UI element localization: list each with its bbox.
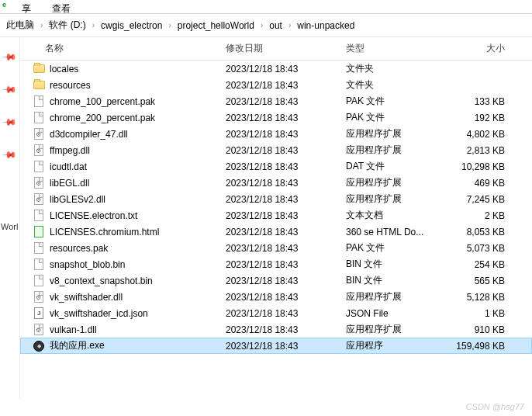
pin-icon[interactable]: 📌	[0, 144, 20, 165]
file-date: 2023/12/18 18:43	[226, 259, 346, 270]
file-date: 2023/12/18 18:43	[226, 324, 346, 335]
file-row[interactable]: libGLESv2.dll2023/12/18 18:43应用程序扩展7,245…	[20, 191, 532, 207]
file-row[interactable]: locales2023/12/18 18:43文件夹	[20, 61, 532, 77]
file-name: LICENSE.electron.txt	[50, 210, 137, 221]
file-date: 2023/12/18 18:43	[226, 341, 346, 352]
file-date: 2023/12/18 18:43	[226, 64, 346, 75]
file-size: 2,813 KB	[448, 145, 514, 156]
file-row[interactable]: LICENSES.chromium.html2023/12/18 18:4336…	[20, 224, 532, 240]
column-size[interactable]: 大小	[448, 42, 514, 55]
file-date: 2023/12/18 18:43	[226, 276, 346, 286]
file-row[interactable]: 我的应用.exe2023/12/18 18:43应用程序159,498 KB	[20, 338, 532, 354]
file-type: BIN 文件	[346, 274, 448, 287]
file-size: 10,298 KB	[448, 161, 514, 172]
file-type: 应用程序扩展	[346, 290, 448, 303]
file-date: 2023/12/18 18:43	[226, 113, 346, 123]
file-name: resources	[50, 80, 91, 91]
breadcrumb-item[interactable]: cwgis_electron	[96, 20, 167, 31]
file-date: 2023/12/18 18:43	[226, 308, 346, 319]
pin-icon[interactable]: 📌	[0, 78, 20, 100]
file-size: 192 KB	[448, 113, 514, 123]
file-gear-icon	[33, 291, 45, 303]
breadcrumb-item[interactable]: project_helloWorld	[173, 20, 259, 31]
file-type: 应用程序扩展	[346, 144, 448, 157]
tab-share[interactable]: 享	[22, 3, 31, 14]
breadcrumb-item[interactable]: 此电脑	[2, 19, 39, 32]
file-row[interactable]: resources.pak2023/12/18 18:43PAK 文件5,073…	[20, 240, 532, 256]
file-html-icon	[33, 226, 45, 238]
file-icon	[33, 210, 45, 222]
file-name: chrome_100_percent.pak	[50, 96, 155, 107]
file-name: snapshot_blob.bin	[50, 259, 125, 270]
file-row[interactable]: snapshot_blob.bin2023/12/18 18:43BIN 文件2…	[20, 256, 532, 272]
chevron-right-icon: ›	[39, 21, 44, 29]
file-row[interactable]: d3dcompiler_47.dll2023/12/18 18:43应用程序扩展…	[20, 126, 532, 142]
file-type: 文件夹	[346, 62, 448, 75]
file-type: 360 se HTML Do...	[346, 227, 448, 237]
file-row[interactable]: icudtl.dat2023/12/18 18:43DAT 文件10,298 K…	[20, 158, 532, 175]
quick-access-panel: 📌 📌 📌 📌 Worl	[0, 37, 20, 399]
column-name[interactable]: 名称	[20, 42, 226, 55]
file-type: BIN 文件	[346, 258, 448, 271]
file-row[interactable]: chrome_200_percent.pak2023/12/18 18:43PA…	[20, 109, 532, 126]
file-size: 7,245 KB	[448, 194, 514, 205]
file-type: 文件夹	[346, 78, 448, 92]
breadcrumb-item[interactable]: win-unpacked	[292, 20, 359, 31]
column-type[interactable]: 类型	[346, 42, 448, 55]
file-icon	[33, 95, 45, 108]
file-type: 应用程序扩展	[346, 192, 448, 206]
column-date[interactable]: 修改日期	[226, 42, 346, 55]
file-row[interactable]: vulkan-1.dll2023/12/18 18:43应用程序扩展910 KB	[20, 321, 532, 338]
file-name: ffmpeg.dll	[50, 145, 90, 156]
file-icon	[33, 275, 45, 287]
file-size: 565 KB	[448, 276, 514, 286]
file-type: 文本文档	[346, 209, 448, 222]
file-size: 910 KB	[448, 324, 514, 335]
folder-icon	[33, 79, 45, 92]
file-date: 2023/12/18 18:43	[226, 96, 346, 107]
file-row[interactable]: ffmpeg.dll2023/12/18 18:43应用程序扩展2,813 KB	[20, 142, 532, 158]
file-name: d3dcompiler_47.dll	[50, 129, 128, 140]
file-date: 2023/12/18 18:43	[226, 210, 346, 221]
file-icon	[33, 112, 45, 124]
file-gear-icon	[33, 193, 45, 206]
tab-view[interactable]: 查看	[52, 3, 71, 14]
file-size: 254 KB	[448, 259, 514, 270]
file-size: 8,053 KB	[448, 227, 514, 237]
breadcrumb-item[interactable]: 软件 (D:)	[44, 19, 90, 32]
file-exe-icon	[33, 340, 45, 352]
column-headers: 名称 修改日期 类型 大小	[20, 37, 532, 61]
file-gear-icon	[33, 128, 45, 140]
file-json-icon	[33, 307, 45, 320]
file-date: 2023/12/18 18:43	[226, 80, 346, 91]
file-type: 应用程序扩展	[346, 127, 448, 140]
watermark: CSDN @hsg77	[466, 402, 524, 411]
file-name: libEGL.dll	[50, 178, 89, 189]
breadcrumb[interactable]: 此电脑›软件 (D:)›cwgis_electron›project_hello…	[0, 14, 532, 37]
chevron-right-icon: ›	[259, 21, 264, 29]
file-date: 2023/12/18 18:43	[226, 129, 346, 140]
file-row[interactable]: resources2023/12/18 18:43文件夹	[20, 77, 532, 93]
file-date: 2023/12/18 18:43	[226, 161, 346, 172]
breadcrumb-item[interactable]: out	[264, 20, 287, 31]
file-row[interactable]: vk_swiftshader.dll2023/12/18 18:43应用程序扩展…	[20, 289, 532, 305]
chevron-right-icon: ›	[167, 21, 172, 29]
file-size: 5,073 KB	[448, 243, 514, 254]
chevron-right-icon: ›	[91, 21, 96, 29]
file-gear-icon	[33, 324, 45, 336]
file-row[interactable]: LICENSE.electron.txt2023/12/18 18:43文本文档…	[20, 207, 532, 224]
file-size: 133 KB	[448, 96, 514, 107]
file-row[interactable]: v8_context_snapshot.bin2023/12/18 18:43B…	[20, 272, 532, 289]
file-row[interactable]: chrome_100_percent.pak2023/12/18 18:43PA…	[20, 93, 532, 109]
file-type: 应用程序扩展	[346, 323, 448, 336]
pin-icon[interactable]: 📌	[0, 111, 20, 133]
file-type: DAT 文件	[346, 160, 448, 173]
file-name: resources.pak	[50, 243, 108, 254]
file-type: 应用程序扩展	[346, 176, 448, 189]
file-icon	[33, 161, 45, 173]
file-row[interactable]: libEGL.dll2023/12/18 18:43应用程序扩展469 KB	[20, 175, 532, 191]
file-date: 2023/12/18 18:43	[226, 227, 346, 237]
file-row[interactable]: vk_swiftshader_icd.json2023/12/18 18:43J…	[20, 305, 532, 321]
pin-icon[interactable]: 📌	[0, 46, 20, 68]
file-type: PAK 文件	[346, 95, 448, 108]
